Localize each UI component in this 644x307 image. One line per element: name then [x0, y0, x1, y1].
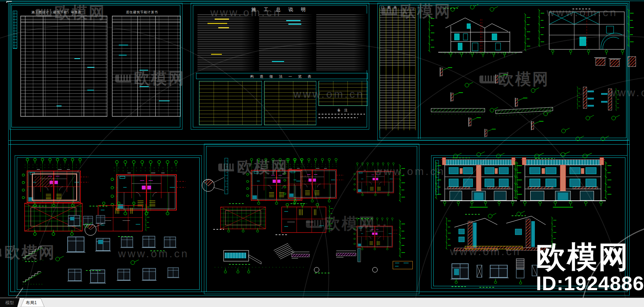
door-window-schedule-title: 门 窗 表 — [381, 5, 398, 10]
notes-column-3 — [316, 14, 367, 70]
sheet-a-title-left: 施工图设计（建筑节能）审查表 — [31, 10, 82, 15]
layout-tab-bar: 模型 布局1 — [0, 298, 644, 307]
tab-layout1[interactable]: 布局1 — [20, 298, 46, 307]
sheet-e-graphics — [202, 158, 413, 273]
construction-methods-table-2 — [264, 81, 316, 125]
energy-calc-table — [112, 16, 181, 117]
sheet-b-title: 施 工 总 说 明 — [191, 6, 369, 13]
construction-methods-table-3 — [318, 81, 368, 106]
notes-column-1 — [197, 14, 257, 70]
model-space-canvas[interactable]: 施工图设计（建筑节能）审查表 居住建筑节能计算书 施 工 总 说 明 构 造 做… — [0, 0, 644, 307]
construction-methods-table-1 — [199, 81, 262, 125]
sheet-b-band-title: 构 造 做 法 一 览 表 — [196, 74, 368, 79]
sheet-f-graphics — [435, 152, 611, 284]
sheet-d-graphics — [22, 159, 186, 284]
remark-label: 备 注 — [318, 108, 368, 113]
sheet-c-graphics — [380, 4, 636, 141]
tab-model[interactable]: 模型 — [0, 298, 21, 307]
table-header — [21, 16, 107, 22]
energy-review-table — [20, 16, 107, 117]
sheet-a-revision-strip — [13, 11, 17, 49]
sheet-a-title-right: 居住建筑节能计算书 — [126, 10, 158, 15]
notes-column-2 — [259, 14, 314, 70]
table-header — [112, 16, 180, 22]
